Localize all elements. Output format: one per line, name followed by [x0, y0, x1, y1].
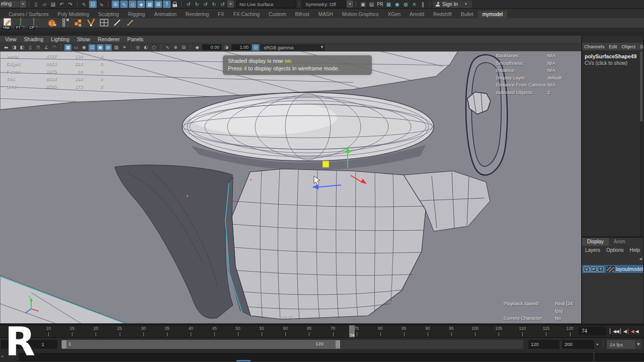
channel-box-scrollbar[interactable]: [640, 51, 642, 237]
range-slider[interactable]: 1 120: [61, 340, 523, 349]
shadows-toggle-icon[interactable]: ○: [150, 44, 157, 51]
current-frame-marker[interactable]: 74: [349, 325, 355, 337]
select-tool-icon[interactable]: ⇖: [80, 1, 88, 8]
snap-to-view-plane-icon[interactable]: ▦: [146, 1, 153, 8]
view-axis-icon[interactable]: ∠: [43, 44, 50, 51]
panel-menu-panels[interactable]: Panels: [127, 36, 143, 42]
fps-dropdown-arrow-icon[interactable]: ▼: [635, 340, 642, 349]
no-live-surface-field[interactable]: No Live Surface: [236, 1, 296, 8]
two-d-pan-zoom-icon[interactable]: ⊓: [35, 44, 42, 51]
object-details-icon[interactable]: ◎: [134, 44, 141, 51]
menu-set-dropdown[interactable]: eling: [0, 1, 19, 8]
grease-pencil-icon[interactable]: ◠: [51, 44, 58, 51]
render-current-frame-icon[interactable]: ▦: [385, 1, 392, 8]
grid-toggle-icon[interactable]: ▦: [64, 44, 71, 51]
create-curve-shelf-button[interactable]: [112, 17, 124, 29]
snap-options-icon[interactable]: ?: [163, 1, 171, 8]
layer-menu-help[interactable]: Help: [629, 247, 640, 253]
snap-to-grid-icon[interactable]: ⊞: [112, 1, 119, 8]
bookmark-icon[interactable]: ◧: [19, 44, 26, 51]
playback-end-field[interactable]: 120: [528, 340, 559, 349]
input-operations-icon[interactable]: ↺: [185, 1, 192, 8]
undo-icon[interactable]: ↶: [58, 1, 65, 8]
pr-render-icon[interactable]: PR: [376, 1, 384, 8]
select-object-mode-icon[interactable]: ⊡: [89, 1, 97, 8]
shelf-tab-mash[interactable]: MASH: [314, 11, 338, 18]
auto-key-arrow-icon[interactable]: ▸: [597, 342, 599, 346]
lighting-toggle-icon[interactable]: ◐: [142, 44, 149, 51]
shelf-tab-custom[interactable]: Custom: [264, 11, 290, 18]
safe-action-icon[interactable]: ◍: [105, 44, 112, 51]
shelf-tab-rendering[interactable]: Rendering: [181, 11, 213, 18]
shelf-tab-fx-caching[interactable]: FX Caching: [229, 11, 264, 18]
ipr-render-icon[interactable]: ◉: [393, 1, 401, 8]
shelf-tab-arnold[interactable]: Arnold: [405, 11, 429, 18]
render-view-icon[interactable]: ▣: [359, 1, 367, 8]
channel-box-menu-edit[interactable]: Edit: [609, 44, 617, 49]
shelf-tab-bullet[interactable]: Bullet: [456, 11, 478, 18]
layer-row[interactable]: VPTlayoutmodel: [582, 265, 643, 273]
make-live-icon[interactable]: ⊠: [154, 1, 162, 8]
animation-end-field[interactable]: 200: [562, 340, 594, 349]
step-back-key-button[interactable]: ▏◀: [628, 326, 634, 336]
shelf-tab-mymodel[interactable]: mymodel: [478, 11, 508, 18]
channel-box-menu-channels[interactable]: Channels: [584, 44, 604, 49]
layer-visible-toggle[interactable]: V: [584, 266, 590, 272]
command-line-toggle-icon[interactable]: ◂: [1, 354, 3, 358]
panel-menu-lighting[interactable]: Lighting: [51, 36, 69, 42]
image-plane-icon[interactable]: ▯: [27, 44, 34, 51]
gamma-icon[interactable]: ◑: [223, 44, 230, 51]
select-component-mode-icon[interactable]: ⇘: [98, 1, 105, 8]
safe-title-icon[interactable]: ▨: [113, 44, 120, 51]
viewport-mesh[interactable]: y: [0, 51, 581, 323]
history-dropdown-arrow-icon[interactable]: ▾: [227, 1, 234, 8]
layer-menu-layers[interactable]: Layers: [585, 247, 600, 253]
layer-menu-options[interactable]: Options: [606, 247, 623, 253]
view-transform-dropdown[interactable]: sRGB gamma▼: [261, 44, 325, 51]
surface-history-icon[interactable]: ↻: [210, 1, 218, 8]
history-options-icon[interactable]: ↺: [219, 1, 226, 8]
redo-icon[interactable]: ↷: [66, 1, 74, 8]
timeline-ruler[interactable]: 5101520253035404550556065707580859095100…: [1, 325, 575, 337]
delete-history-shelf-button[interactable]: [46, 17, 59, 29]
layer-playback-toggle[interactable]: P: [591, 266, 597, 272]
collapse-arrow-icon[interactable]: ◀: [639, 257, 642, 261]
snap-to-projected-center-icon[interactable]: ◈: [137, 1, 145, 8]
layer-color-swatch[interactable]: [606, 266, 614, 273]
exposure-field[interactable]: 0.00: [202, 44, 221, 50]
isolate-select-icon[interactable]: ⇖: [164, 44, 171, 51]
gate-mask-icon[interactable]: ⊡: [89, 44, 96, 51]
construction-history-icon[interactable]: ↺: [202, 1, 209, 8]
field-chart-icon[interactable]: ▣: [97, 44, 104, 51]
shelf-tab-animation[interactable]: Animation: [149, 11, 181, 18]
cvs-label[interactable]: CVs (click to show): [582, 59, 643, 66]
open-scene-icon[interactable]: ▱: [41, 1, 48, 8]
symmetry-field[interactable]: Symmetry: Off: [302, 1, 346, 8]
viewport-camera-icon[interactable]: ▬: [3, 44, 10, 51]
layer-template-toggle[interactable]: T: [598, 266, 604, 272]
symmetry-dropdown-arrow-icon[interactable]: ▾: [347, 1, 353, 8]
playback-range[interactable]: [61, 340, 340, 349]
panel-menu-show[interactable]: Show: [77, 36, 90, 42]
panel-menu-view[interactable]: View: [5, 36, 17, 42]
viewport[interactable]: y Verts:47871344Edges:96632240Faces:3975…: [0, 51, 581, 323]
current-frame-field[interactable]: 74: [579, 327, 606, 335]
exposure-icon[interactable]: ◆: [194, 44, 201, 51]
layer-editor-tab-anim[interactable]: Anim: [609, 238, 630, 246]
resolution-gate-icon[interactable]: ◉: [80, 44, 88, 51]
shelf-tab-bifrost[interactable]: Bifrost: [290, 11, 313, 18]
command-line-input[interactable]: [19, 353, 593, 361]
output-operations-icon[interactable]: ↻: [193, 1, 201, 8]
multicut-shelf-button[interactable]: [86, 17, 98, 29]
xray-icon[interactable]: ⊕: [172, 44, 179, 51]
range-start-handle[interactable]: [62, 340, 66, 348]
go-to-start-button[interactable]: ▏◀◀: [610, 326, 619, 336]
lock-icon[interactable]: [173, 4, 177, 7]
menu-set-dropdown-arrow-icon[interactable]: ▾: [20, 1, 26, 8]
combine-shelf-button[interactable]: [72, 17, 85, 29]
grid-shelf-button[interactable]: [99, 17, 111, 29]
break-connections-shelf-button[interactable]: [59, 17, 72, 29]
channel-box-menu-show[interactable]: Show: [640, 44, 643, 49]
shelf-tab-motion-graphics[interactable]: Motion Graphics: [338, 11, 383, 18]
panel-menu-shading[interactable]: Shading: [24, 36, 44, 42]
